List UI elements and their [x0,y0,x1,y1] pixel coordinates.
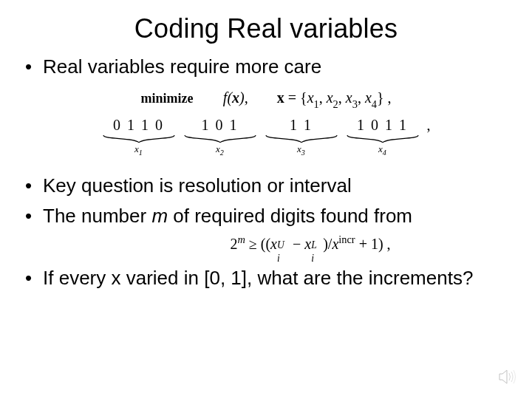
bit-group: 1 1x3 [265,117,338,157]
bullet-item: Key question is resolution or interval [22,174,510,198]
bullet-text: If every x varied in [0, 1], what are th… [43,267,473,289]
bit-group-label: x3 [297,143,305,157]
bullet-em: m [151,205,168,227]
bit-group-label: x4 [378,143,386,157]
x-definition: x = {x1, x2, x3, x4} , [277,89,392,106]
underbrace-icon [346,135,420,143]
close1: )/ [323,236,332,252]
xi2: x [304,236,311,252]
bit-group-tail: , [427,117,431,134]
bullet-list-2: Key question is resolution or interval T… [22,174,510,228]
slide: Coding Real variables Real variables req… [0,0,532,399]
bullet-item: If every x varied in [0, 1], what are th… [22,266,510,290]
xi: x [270,236,277,252]
math-objective-line: minimize f(x), x = {x1, x2, x3, x4} , [22,89,510,109]
xincr-x: x [332,236,338,252]
bullet-text: Key question is resolution or interval [43,174,352,197]
bit-group-bits: 0 1 1 0 [112,117,166,135]
bit-group-bits: 1 0 1 1 [355,117,409,135]
minus: − [289,236,304,252]
bullet-text: Real variables require more care [43,55,321,78]
slide-title: Coding Real variables [22,13,510,44]
underbrace-icon [102,135,176,143]
lhs-exp: m [237,233,245,245]
bit-group-bits: 1 1 [288,117,314,135]
bit-group-label: x1 [134,143,143,157]
xincr-sup: incr [338,233,355,245]
bit-group-label: x2 [216,143,224,157]
objective-fn: f(x), [223,89,252,106]
lhs-base: 2 [230,236,237,252]
bit-group: 1 0 1 1x4 [346,117,420,157]
bit-string-groups: 0 1 1 0x11 0 1x21 1x31 0 1 1x4, [102,117,431,157]
bit-group: 0 1 1 0x1 [102,117,176,157]
plus1: + 1) , [355,236,391,252]
bullet-list-3: If every x varied in [0, 1], what are th… [22,266,510,290]
bullet-item: Real variables require more care [22,55,510,79]
bullet-text: of required digits found from [168,205,412,227]
math-block-1: minimize f(x), x = {x1, x2, x3, x4} , 0 … [22,89,510,157]
minimize-label: minimize [140,91,193,106]
bullet-text: The number [43,205,151,227]
inequality-block: 2m ≥ ((xUi − xLi)/xincr + 1) , [111,233,510,253]
bit-group: 1 0 1x2 [183,117,257,157]
underbrace-icon [183,135,257,143]
svg-marker-0 [499,370,507,383]
bullet-list: Real variables require more care [22,55,510,79]
bit-group-bits: 1 0 1 [200,117,240,135]
bullet-item: The number m of required digits found fr… [22,204,510,228]
underbrace-icon [265,135,338,143]
geq: ≥ (( [245,236,270,252]
speaker-icon [498,368,519,389]
